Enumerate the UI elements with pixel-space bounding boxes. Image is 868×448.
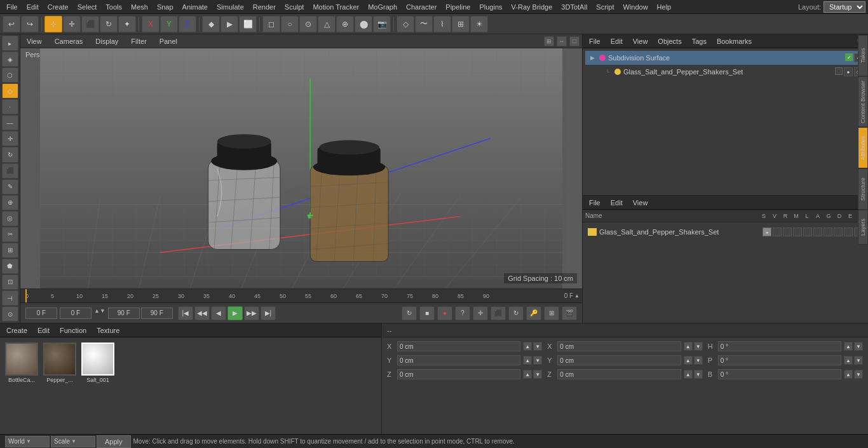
menu-pipeline[interactable]: Pipeline bbox=[442, 2, 474, 12]
deform-button[interactable]: ⊞ bbox=[452, 16, 470, 32]
anim-button[interactable]: ⬜ bbox=[239, 16, 257, 32]
attr-ctrl-2[interactable] bbox=[773, 227, 782, 236]
om-bookmarks-menu[interactable]: Bookmarks bbox=[713, 36, 756, 46]
attr-ctrl-4[interactable] bbox=[793, 227, 802, 236]
vp-icon-3[interactable]: □ bbox=[569, 36, 580, 46]
x-down-arrow[interactable]: ▼ bbox=[533, 342, 542, 351]
attr-ctrl-6[interactable] bbox=[813, 227, 822, 236]
loop-button[interactable]: ↻ bbox=[402, 306, 417, 320]
attr-ctrl-5[interactable] bbox=[803, 227, 812, 236]
viewport-canvas[interactable]: Perspective bbox=[20, 48, 582, 288]
menu-plugins[interactable]: Plugins bbox=[475, 2, 506, 12]
x-axis-button[interactable]: X bbox=[142, 16, 159, 32]
sidebar-model-btn[interactable]: ▸ bbox=[2, 36, 18, 51]
b-rot-input[interactable] bbox=[718, 369, 841, 379]
tab-layers[interactable]: Layers bbox=[858, 210, 868, 245]
world-dropdown[interactable]: World ▼ bbox=[5, 436, 50, 447]
menu-edit[interactable]: Edit bbox=[23, 2, 43, 12]
attr-ctrl-1[interactable]: ● bbox=[763, 227, 771, 236]
p-rot-input[interactable] bbox=[718, 355, 841, 365]
b-up-arrow[interactable]: ▲ bbox=[844, 370, 853, 379]
sidebar-pen-btn[interactable]: ✎ bbox=[2, 179, 18, 194]
start-frame-input[interactable] bbox=[25, 308, 57, 319]
y-pos-input[interactable] bbox=[397, 355, 520, 365]
light-button[interactable]: ☀ bbox=[470, 16, 488, 32]
cone-view-button[interactable]: △ bbox=[318, 16, 336, 32]
zsize-up-arrow[interactable]: ▲ bbox=[684, 370, 693, 379]
mat-edit-menu[interactable]: Edit bbox=[34, 325, 53, 336]
h-down-arrow[interactable]: ▼ bbox=[854, 342, 863, 351]
null-button[interactable]: ◇ bbox=[397, 16, 414, 32]
attr-row-glass[interactable]: Glass_Salt_and_Pepper_Shakers_Set ● bbox=[585, 225, 865, 239]
menu-vray[interactable]: V-Ray Bridge bbox=[508, 2, 557, 12]
spline-button[interactable]: 〜 bbox=[415, 16, 433, 32]
sidebar-soft-btn[interactable]: ◎ bbox=[2, 211, 18, 226]
y-up-arrow[interactable]: ▲ bbox=[523, 356, 532, 365]
z-down-arrow[interactable]: ▼ bbox=[533, 370, 542, 379]
h-rot-input[interactable] bbox=[718, 341, 841, 351]
obj-vis-ctrl[interactable]: ● bbox=[844, 67, 853, 76]
om-tags-menu[interactable]: Tags bbox=[688, 36, 710, 46]
tab-content-browser[interactable]: Content Browser bbox=[858, 76, 868, 127]
step-forward-button[interactable]: ▶▶ bbox=[244, 306, 259, 320]
menu-character[interactable]: Character bbox=[402, 2, 440, 12]
model-mode-button[interactable]: ◆ bbox=[202, 16, 220, 32]
tab-takes[interactable]: Takes bbox=[858, 35, 868, 76]
sidebar-bridge-btn[interactable]: ⊡ bbox=[2, 275, 18, 290]
select-icon-button[interactable]: ⬛ bbox=[491, 306, 506, 320]
xsize-down-arrow[interactable]: ▼ bbox=[694, 342, 703, 351]
menu-simulate[interactable]: Simulate bbox=[213, 2, 248, 12]
menu-window[interactable]: Window bbox=[619, 2, 651, 12]
vp-cameras-menu[interactable]: Cameras bbox=[51, 36, 87, 46]
y-size-input[interactable] bbox=[557, 355, 681, 365]
vp-panel-menu[interactable]: Panel bbox=[156, 36, 181, 46]
record-button[interactable]: ● bbox=[437, 306, 452, 320]
obj-row-subdivision[interactable]: ▶ Subdivision Surface ✓ ● bbox=[585, 51, 865, 65]
z-pos-input[interactable] bbox=[397, 369, 520, 379]
menu-snap[interactable]: Snap bbox=[153, 2, 177, 12]
preview-end-input[interactable] bbox=[108, 308, 140, 319]
h-up-arrow[interactable]: ▲ bbox=[844, 342, 853, 351]
menu-script[interactable]: Script bbox=[592, 2, 618, 12]
key-button[interactable]: 🔑 bbox=[526, 306, 541, 320]
x-pos-input[interactable] bbox=[397, 341, 520, 351]
x-size-input[interactable] bbox=[557, 341, 681, 351]
rotate-tool-button[interactable]: ↻ bbox=[100, 16, 118, 32]
menu-3dtall[interactable]: 3DTotAll bbox=[557, 2, 591, 12]
menu-file[interactable]: File bbox=[3, 2, 22, 12]
disc-view-button[interactable]: ⬤ bbox=[355, 16, 372, 32]
sidebar-rotate-btn[interactable]: ↻ bbox=[2, 147, 18, 162]
am-view-menu[interactable]: View bbox=[629, 198, 652, 208]
om-edit-menu[interactable]: Edit bbox=[607, 36, 627, 46]
render-preview-button[interactable]: ▶ bbox=[220, 16, 238, 32]
step-back-button[interactable]: ◀◀ bbox=[194, 306, 210, 320]
sidebar-edges-btn[interactable]: — bbox=[2, 115, 18, 130]
sidebar-textures-btn[interactable]: ◈ bbox=[2, 51, 18, 67]
vp-icon-1[interactable]: ⊞ bbox=[544, 36, 554, 46]
vp-display-menu[interactable]: Display bbox=[92, 36, 122, 46]
menu-motion-tracker[interactable]: Motion Tracker bbox=[309, 2, 363, 12]
layout-select[interactable]: Startup bbox=[824, 1, 865, 13]
om-objects-menu[interactable]: Objects bbox=[654, 36, 685, 46]
attr-ctrl-9[interactable] bbox=[844, 227, 853, 236]
sidebar-points-btn[interactable]: · bbox=[2, 99, 18, 114]
scale-tool-button[interactable]: ⬛ bbox=[81, 16, 99, 32]
mat-texture-menu[interactable]: Texture bbox=[93, 325, 123, 336]
stop-button[interactable]: ■ bbox=[419, 306, 435, 320]
tab-attributes[interactable]: Attributes bbox=[858, 127, 868, 168]
obj-check-icon[interactable]: ✓ bbox=[845, 53, 853, 61]
redo-button[interactable]: ↪ bbox=[21, 16, 39, 32]
scale-dropdown[interactable]: Scale ▼ bbox=[51, 436, 95, 447]
tube-view-button[interactable]: ⊙ bbox=[299, 16, 317, 32]
mat-create-menu[interactable]: Create bbox=[3, 325, 31, 336]
ysize-up-arrow[interactable]: ▲ bbox=[684, 356, 693, 365]
menu-create[interactable]: Create bbox=[44, 2, 72, 12]
sidebar-polygon-btn[interactable]: ◇ bbox=[2, 83, 18, 98]
mat-function-menu[interactable]: Function bbox=[56, 325, 90, 336]
xsize-up-arrow[interactable]: ▲ bbox=[684, 342, 693, 351]
sidebar-uvw-btn[interactable]: ⬡ bbox=[2, 67, 18, 83]
om-view-menu[interactable]: View bbox=[629, 36, 652, 46]
sidebar-bevel-btn[interactable]: ⬟ bbox=[2, 259, 18, 274]
y-axis-button[interactable]: Y bbox=[160, 16, 178, 32]
sidebar-extrude-btn[interactable]: ⊞ bbox=[2, 243, 18, 258]
